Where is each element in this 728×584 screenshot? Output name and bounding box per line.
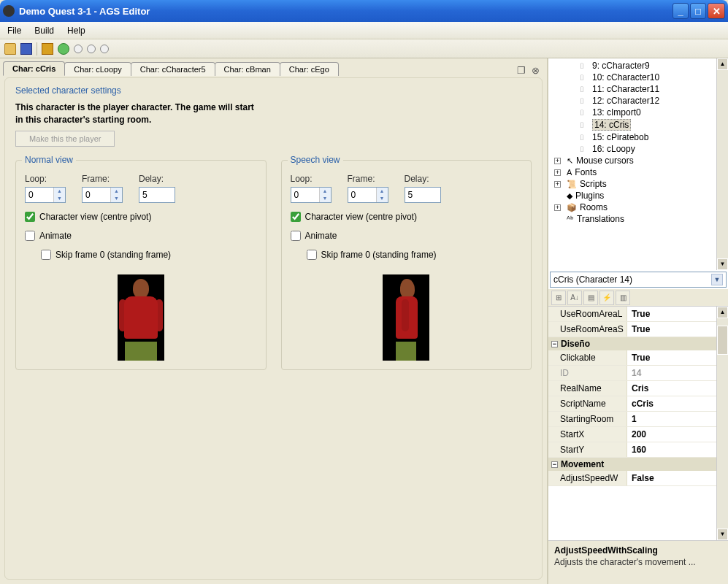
menu-help[interactable]: Help	[67, 26, 85, 36]
tree-node-item[interactable]: ◆ Plugins	[551, 190, 725, 201]
expander-icon[interactable]: +	[554, 181, 561, 188]
property-value[interactable]: True	[627, 353, 728, 363]
property-object-selector[interactable]: cCris (Character 14) ▼	[550, 272, 727, 288]
spin-down-icon[interactable]: ▼	[320, 195, 331, 202]
scroll-down-icon[interactable]: ▼	[717, 258, 728, 270]
tree-character-item[interactable]: 𓀟11: cCharacter11	[551, 83, 725, 95]
property-category[interactable]: −Diseño	[548, 337, 728, 350]
speech-skip-checkbox[interactable]	[307, 250, 317, 260]
scroll-up-icon[interactable]: ▲	[717, 58, 728, 70]
step-icon[interactable]	[87, 45, 96, 53]
property-value[interactable]: 160	[627, 445, 728, 455]
alphabetical-icon[interactable]: A↓	[567, 291, 582, 305]
spin-down-icon[interactable]: ▼	[54, 195, 65, 202]
properties-icon[interactable]: ▤	[583, 291, 598, 305]
spin-down-icon[interactable]: ▼	[377, 195, 388, 202]
property-value[interactable]: 200	[627, 429, 728, 439]
scroll-down-icon[interactable]: ▼	[717, 529, 728, 540]
expander-icon[interactable]: +	[554, 158, 561, 164]
property-value[interactable]: True	[627, 309, 728, 319]
tab-cloopy[interactable]: Char: cLoopy	[64, 62, 131, 76]
collapse-icon[interactable]: −	[551, 341, 558, 347]
property-scrollbar[interactable]: ▲ ▼	[716, 307, 728, 540]
speech-animate-checkbox[interactable]	[291, 231, 301, 241]
tree-character-item[interactable]: 𓀟14: cCris	[551, 118, 725, 131]
normal-animate-checkbox[interactable]	[25, 231, 35, 241]
normal-loop-spinner[interactable]: ▲▼	[25, 187, 66, 203]
spin-down-icon[interactable]: ▼	[111, 195, 122, 202]
speech-frame-spinner[interactable]: ▲▼	[348, 187, 388, 203]
property-category[interactable]: −Movement	[548, 458, 728, 471]
tree-character-item[interactable]: 𓀟13: cImport0	[551, 107, 725, 118]
project-tree[interactable]: 𓀟9: cCharacter9𓀟10: cCharacter10𓀟11: cCh…	[548, 58, 728, 270]
make-player-button[interactable]: Make this the player	[15, 131, 115, 147]
property-value[interactable]: False	[627, 473, 728, 483]
save-icon[interactable]	[20, 43, 32, 55]
spin-up-icon[interactable]: ▲	[377, 188, 388, 195]
open-icon[interactable]	[4, 43, 16, 55]
property-value[interactable]: 1	[627, 414, 728, 424]
stop-icon[interactable]	[100, 45, 109, 53]
run-icon[interactable]	[58, 43, 69, 55]
categorized-icon[interactable]: ⊞	[551, 291, 566, 305]
property-row[interactable]: StartY160	[548, 442, 728, 458]
spin-up-icon[interactable]: ▲	[111, 188, 122, 195]
speech-loop-spinner[interactable]: ▲▼	[291, 187, 332, 203]
tree-character-item[interactable]: 𓀟12: cCharacter12	[551, 95, 725, 107]
normal-frame-input[interactable]	[83, 188, 110, 202]
property-row[interactable]: AdjustSpeedWFalse	[548, 471, 728, 486]
minimize-button[interactable]: _	[673, 3, 689, 19]
property-row[interactable]: UseRoomAreaSTrue	[548, 322, 728, 337]
menu-file[interactable]: File	[7, 26, 21, 36]
expander-icon[interactable]: +	[554, 169, 561, 176]
property-row[interactable]: StartingRoom1	[548, 412, 728, 427]
speech-loop-input[interactable]	[291, 188, 319, 202]
property-row[interactable]: StartX200	[548, 427, 728, 442]
property-row[interactable]: ClickableTrue	[548, 350, 728, 366]
speech-center-checkbox[interactable]	[291, 212, 301, 222]
property-value[interactable]: True	[627, 324, 728, 334]
build-icon[interactable]	[42, 43, 53, 55]
expander-icon[interactable]: +	[554, 204, 561, 211]
normal-center-checkbox[interactable]	[25, 212, 35, 222]
speech-frame-input[interactable]	[348, 188, 376, 202]
speech-delay-input[interactable]	[405, 187, 441, 203]
tree-scrollbar[interactable]: ▲ ▼	[716, 58, 728, 270]
tab-ccharacter5[interactable]: Char: cCharacter5	[131, 62, 215, 76]
property-row[interactable]: RealNameCris	[548, 381, 728, 396]
chevron-down-icon[interactable]: ▼	[711, 274, 723, 285]
close-tab-icon[interactable]: ⊗	[532, 65, 540, 76]
property-row[interactable]: ScriptNamecCris	[548, 396, 728, 412]
property-value[interactable]: cCris	[627, 399, 728, 409]
tree-character-item[interactable]: 𓀟15: cPiratebob	[551, 131, 725, 143]
tab-cego[interactable]: Char: cEgo	[280, 62, 339, 76]
maximize-button[interactable]: □	[690, 3, 706, 19]
property-row[interactable]: ID14	[548, 366, 728, 381]
tab-cbman[interactable]: Char: cBman	[215, 62, 280, 76]
windows-icon[interactable]: ❐	[517, 65, 526, 76]
tree-node-item[interactable]: ᴬᵇ Translations	[551, 213, 725, 225]
property-value[interactable]: 14	[627, 368, 728, 378]
normal-loop-input[interactable]	[26, 188, 53, 202]
scroll-up-icon[interactable]: ▲	[717, 307, 728, 318]
close-button[interactable]: ✕	[708, 3, 725, 19]
tree-node-item[interactable]: +📦 Rooms	[551, 201, 725, 213]
tree-node-item[interactable]: +📜 Scripts	[551, 178, 725, 190]
tree-character-item[interactable]: 𓀟16: cLoopy	[551, 143, 725, 155]
menu-build[interactable]: Build	[34, 26, 54, 36]
tree-node-item[interactable]: +↖ Mouse cursors	[551, 155, 725, 166]
pause-icon[interactable]	[74, 45, 83, 53]
spin-up-icon[interactable]: ▲	[54, 188, 65, 195]
tree-character-item[interactable]: 𓀟9: cCharacter9	[551, 60, 725, 72]
events-icon[interactable]: ⚡	[599, 291, 614, 305]
property-grid[interactable]: UseRoomAreaLTrueUseRoomAreaSTrue−DiseñoC…	[548, 307, 728, 540]
normal-frame-spinner[interactable]: ▲▼	[82, 187, 123, 203]
normal-skip-checkbox[interactable]	[41, 250, 51, 260]
tab-ccris[interactable]: Char: cCris	[3, 61, 65, 76]
pages-icon[interactable]: ▥	[616, 291, 630, 305]
property-row[interactable]: UseRoomAreaLTrue	[548, 307, 728, 322]
collapse-icon[interactable]: −	[551, 461, 558, 468]
tree-node-item[interactable]: +A Fonts	[551, 166, 725, 178]
tree-character-item[interactable]: 𓀟10: cCharacter10	[551, 72, 725, 83]
spin-up-icon[interactable]: ▲	[320, 188, 331, 195]
